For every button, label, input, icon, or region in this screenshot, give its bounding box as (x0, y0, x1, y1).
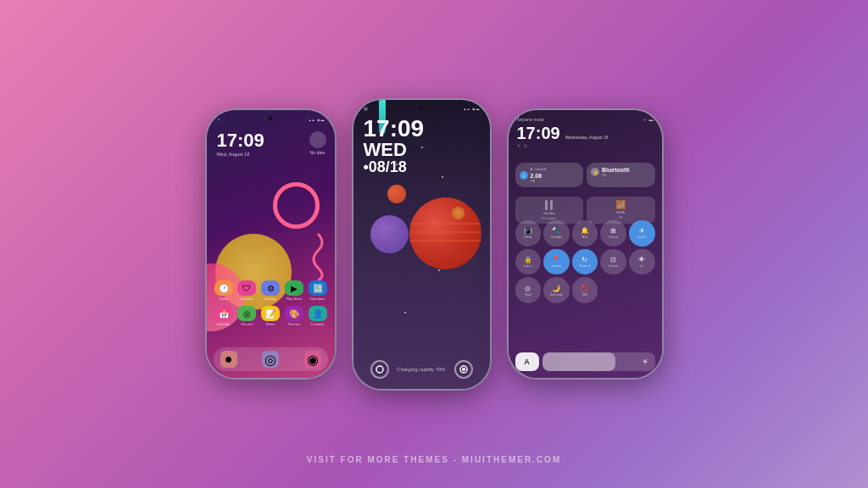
app-settings[interactable]: ⚙ Settings (260, 280, 281, 301)
cc-card-bluetooth[interactable]: ⚡ Bluetooth Off (587, 163, 655, 187)
dock-item-1[interactable]: ● (220, 351, 237, 368)
phones-container: ✦ ▲▲ ◉ ▬ 17:09 Wed, August 18 No date (0, 0, 868, 488)
bt-status: Off (602, 173, 630, 177)
clock-2: 17:09 WED •08/18 (364, 117, 425, 175)
bluetooth-icon-3: ⚡ (591, 168, 599, 176)
bt-title: Bluetooth (602, 167, 630, 173)
notch-2 (420, 106, 424, 110)
toggle-data-label: bile data (543, 212, 554, 215)
quick-darkmode[interactable]: 🌙 Dark mode (543, 277, 570, 303)
bluetooth-icon-1: ✦ (217, 117, 220, 122)
no-date-text: No date (309, 150, 326, 155)
clock-time-1: 17:09 (217, 131, 264, 150)
refresh-icon-cc[interactable]: ↻ (524, 143, 527, 148)
app-playstore[interactable]: ▶ Play Store (284, 280, 304, 301)
clock2-time: 17:09 (364, 117, 425, 141)
wlan-icon: 📶 (615, 200, 626, 209)
quick-lock[interactable]: 🔒 Lock sc (515, 249, 542, 275)
planet-purple (370, 215, 409, 253)
app-calculator[interactable]: 🔢 Calculator (308, 280, 328, 301)
brightness-sun-icon: ☀ (642, 358, 648, 366)
dock-1: ● ◎ ◉ (214, 347, 328, 371)
cc-card-storage[interactable]: 💧 A Used D 2.08 GB (515, 163, 584, 187)
phone-2: ▲▲ ◉ ▬ 17:09 WED •08/18 (352, 98, 492, 391)
signal-2: ▲▲ (464, 107, 470, 111)
app-security[interactable]: 🛡 Security (236, 280, 257, 301)
app-clock[interactable]: 🕐 Clock (214, 280, 234, 301)
svg-point-0 (376, 366, 383, 373)
quick-vibrate[interactable]: 📳 Vibrate (515, 220, 542, 247)
cc-cards: 💧 A Used D 2.08 GB ⚡ Bluetooth Off (515, 163, 655, 187)
toggle-wlan-label: WLAN (616, 211, 625, 214)
battery-2: ▬ (476, 107, 480, 111)
cc-airplane-row: Airplane mode + ▬ (517, 117, 654, 122)
cc-time: 17:09 (517, 125, 560, 141)
quick-screens[interactable]: ⊞ Screens (600, 220, 626, 247)
clock-date-1: Wed, August 18 (217, 152, 264, 157)
cc-header: Airplane mode + ▬ 17:09 Wednesday, Augus… (517, 117, 654, 148)
app-row-1: 🕐 Clock 🛡 Security ⚙ Settings ▶ Play Sto… (214, 280, 328, 301)
quick-flashlight[interactable]: 🔦 Flashlight (543, 220, 570, 247)
quick-location[interactable]: 📍 Location (543, 249, 570, 275)
planet-large-red (409, 197, 481, 269)
airplane-mode-label: Airplane mode (517, 117, 544, 122)
cc-brightness-bar[interactable]: ☀ (542, 352, 655, 371)
screen-1: ✦ ▲▲ ◉ ▬ 17:09 Wed, August 18 No date (207, 110, 335, 378)
dock-item-2[interactable]: ◎ (262, 351, 279, 368)
storage-value: 2.08 (531, 173, 547, 179)
wifi-icon-1: ◉ (317, 118, 320, 122)
dock-item-3[interactable]: ◉ (304, 351, 321, 368)
plus-icon: + (644, 117, 647, 122)
pink-stroke-circle (273, 182, 320, 229)
clock-widget-1: 17:09 Wed, August 18 (217, 131, 264, 157)
bottom-bar-2: Charging rapidly 70% (353, 360, 490, 379)
planet-orange (452, 207, 465, 219)
wavy-decoration (305, 230, 331, 280)
cc-date: Wednesday, August 18 (565, 135, 609, 140)
watermark: VISIT FOR MORE THEMES - MIUITHEMER.COM (307, 455, 561, 464)
app-grid-1: 🕐 Clock 🛡 Security ⚙ Settings ▶ Play Sto… (214, 280, 328, 331)
wifi-2: ◉ (472, 107, 475, 111)
storage-title: A Used D (531, 167, 547, 171)
svg-point-2 (462, 368, 465, 371)
battery-icon-3: ▬ (649, 117, 654, 122)
quick-airplane[interactable]: ✈ mode A (629, 220, 655, 247)
app-contacts[interactable]: 👤 Contacts (308, 306, 328, 326)
screen-3: Airplane mode + ▬ 17:09 Wednesday, Augus… (509, 110, 662, 378)
app-calendar[interactable]: 📅 Calendar (214, 306, 234, 326)
cc-brightness-fill (542, 352, 615, 371)
app-chrome[interactable]: ◎ Chrome (236, 306, 257, 326)
quick-scanner[interactable]: ⊡ Scanner (600, 249, 626, 275)
star-5 (438, 269, 440, 271)
screen-2: ▲▲ ◉ ▬ 17:09 WED •08/18 (353, 100, 490, 389)
clock2-day: WED (364, 141, 425, 159)
camera-right-btn[interactable] (454, 360, 473, 379)
signal-icon-1: ▲▲ (309, 118, 315, 122)
battery-icon-1: ▬ (321, 118, 325, 122)
phone-3: Airplane mode + ▬ 17:09 Wednesday, Augus… (507, 108, 664, 380)
app-row-2: 📅 Calendar ◎ Chrome 📝 Notes 🎨 Themes (214, 306, 328, 326)
clock2-date: •08/18 (364, 159, 425, 175)
quick-read[interactable]: ◎ Read (515, 277, 542, 303)
notch-1 (269, 116, 273, 120)
camera-left-btn[interactable] (370, 360, 389, 379)
cc-quick-grid: 📳 Vibrate 🔦 Flashlight 🔔 Mute ⊞ Screens (515, 220, 655, 303)
star-3 (442, 176, 443, 178)
quick-mute[interactable]: 🔔 Mute (572, 220, 598, 247)
app-notes[interactable]: 📝 Notes (260, 306, 281, 326)
quick-dnd[interactable]: 🚫 DND (572, 277, 598, 303)
app-themes[interactable]: 🎨 Themes (284, 306, 304, 326)
quick-de[interactable]: 👁 de (629, 249, 655, 275)
weather-icon (309, 131, 326, 148)
toggle-wlan-sub: Off (619, 216, 622, 219)
cc-bottom-row: A ☀ (515, 352, 655, 371)
camera-notch (364, 107, 368, 111)
weather-widget: No date (309, 131, 326, 155)
star-6 (404, 312, 406, 313)
charging-text: Charging rapidly 70% (397, 367, 445, 372)
phone-1: ✦ ▲▲ ◉ ▬ 17:09 Wed, August 18 No date (205, 108, 337, 380)
quick-rotate[interactable]: ↻ Rotate off (572, 249, 598, 275)
edit-icon-cc[interactable]: ✎ (517, 143, 520, 148)
storage-icon: 💧 (520, 171, 528, 180)
cc-a-button[interactable]: A (515, 352, 539, 371)
